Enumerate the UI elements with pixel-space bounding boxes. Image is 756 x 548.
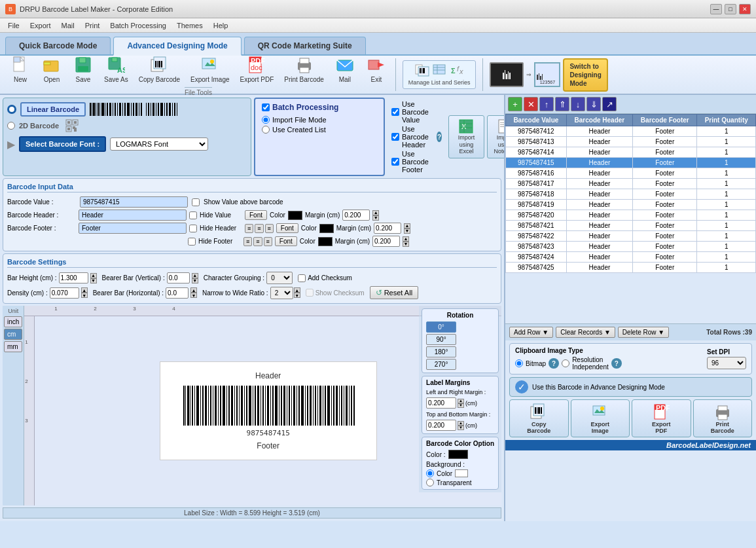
align-center-button[interactable]: ≡ [255,224,263,233]
barcode-header-input[interactable] [79,210,187,221]
rotation-0-button[interactable]: 0° [426,321,456,333]
table-row[interactable]: 9875487413HeaderFooter1 [506,137,756,147]
move-bottom-button[interactable]: ⇓ [586,97,601,111]
clear-records-button[interactable]: Clear Records ▼ [556,327,615,338]
margin-down-3[interactable]: ▼ [403,242,409,247]
add-record-button[interactable]: + [508,97,522,111]
move-down-button[interactable]: ↓ [571,97,585,111]
menu-file[interactable]: File [3,20,25,31]
table-row[interactable]: 9875487425HeaderFooter1 [506,263,756,273]
import-excel-button[interactable]: X ImportusingExcel [448,115,484,158]
mail-toolbar-button[interactable]: Mail [330,52,360,86]
table-row[interactable]: 9875487422HeaderFooter1 [506,231,756,242]
rotation-180-button[interactable]: 180° [426,346,456,357]
bearer-h-up[interactable]: ▲ [190,287,197,293]
delete-row-button[interactable]: Delete Row ▼ [618,327,669,338]
close-button[interactable]: ✕ [739,4,751,14]
footer-align-right[interactable]: ≡ [264,237,272,246]
menu-mail[interactable]: Mail [56,20,80,31]
table-row[interactable]: 9875487424HeaderFooter1 [506,252,756,263]
import-file-radio[interactable] [262,116,270,124]
lr-margin-down[interactable]: ▼ [458,403,464,408]
margin-value-2[interactable] [374,223,401,234]
copy-barcode-toolbar-button[interactable]: Copy Barcode [134,52,185,86]
color-swatch-value[interactable] [288,211,302,220]
narrow-up[interactable]: ▲ [294,287,300,293]
menu-themes[interactable]: Themes [171,20,208,31]
batch-processing-checkbox[interactable] [262,103,270,111]
bitmap-radio[interactable] [515,359,523,367]
bg-color-swatch[interactable] [455,469,468,477]
align-right-button[interactable]: ≡ [265,224,274,233]
table-row[interactable]: 9875487419HeaderFooter1 [506,200,756,210]
unit-cm-button[interactable]: cm [4,329,22,340]
copy-barcode-action-button[interactable]: CopyBarcode [509,399,569,437]
bitmap-help-icon[interactable]: ? [549,358,559,369]
table-row[interactable]: 9875487414HeaderFooter1 [506,147,756,158]
add-checksum-checkbox[interactable] [298,274,306,282]
use-barcode-value-checkbox[interactable] [391,108,399,116]
left-right-margin-input[interactable] [426,397,456,409]
color-swatch-main[interactable] [448,450,468,459]
menu-batch[interactable]: Batch Processing [105,20,171,31]
table-row[interactable]: 9875487416HeaderFooter1 [506,168,756,179]
density-down[interactable]: ▼ [81,293,88,298]
narrow-down[interactable]: ▼ [294,293,300,298]
unit-mm-button[interactable]: mm [4,341,22,352]
show-checksum-checkbox[interactable] [306,289,314,297]
footer-align-center[interactable]: ≡ [253,237,262,246]
bearer-vertical-input[interactable] [167,272,190,283]
menu-help[interactable]: Help [208,20,234,31]
move-up-button[interactable]: ↑ [539,97,554,111]
export-image-action-button[interactable]: ExportImage [571,399,630,437]
add-row-button[interactable]: Add Row ▼ [509,327,553,338]
exit-toolbar-button[interactable]: Exit [361,52,391,86]
table-row[interactable]: 9875487421HeaderFooter1 [506,221,756,231]
export-pdf-action-button[interactable]: PDF ExportPDF [632,399,691,437]
bearer-v-down[interactable]: ▼ [192,278,198,283]
density-up[interactable]: ▲ [81,287,88,293]
import-notepad-button[interactable]: ImportusingNotepad [487,115,504,158]
margin-up-1[interactable]: ▲ [372,210,379,215]
barcode-footer-input[interactable] [79,223,187,234]
margin-value-1[interactable] [342,210,370,221]
dpi-select[interactable]: 96 [707,357,746,369]
hide-header-checkbox[interactable] [189,225,197,232]
color-swatch-footer[interactable] [318,237,333,246]
rotation-270-button[interactable]: 270° [426,359,456,370]
use-barcode-header-checkbox[interactable] [391,133,399,141]
new-button[interactable]: New [5,52,35,86]
minimize-button[interactable]: — [710,4,722,14]
footer-align-left[interactable]: ≡ [243,237,252,246]
2d-barcode-radio[interactable] [7,122,15,130]
menu-export[interactable]: Export [25,20,56,31]
rotation-90-button[interactable]: 90° [426,334,456,345]
hide-footer-checkbox[interactable] [188,238,196,246]
align-left-button[interactable]: ≡ [245,224,253,233]
resolution-radio[interactable] [562,359,569,367]
transparent-bg-radio[interactable] [426,479,434,486]
open-button[interactable]: Open [37,52,67,86]
menu-print[interactable]: Print [80,20,105,31]
top-bottom-margin-input[interactable] [426,420,456,431]
bar-height-down[interactable]: ▼ [90,278,97,283]
table-row[interactable]: 9875487415HeaderFooter1 [506,158,756,168]
print-barcode-action-button[interactable]: PrintBarcode [693,399,753,437]
color-swatch-header[interactable] [319,224,334,233]
table-row[interactable]: 9875487420HeaderFooter1 [506,210,756,221]
color-bg-radio[interactable] [426,469,434,477]
table-row[interactable]: 9875487418HeaderFooter1 [506,189,756,200]
save-as-button[interactable]: AS Save As [99,52,133,86]
font-button-header[interactable]: Font [276,223,298,233]
font-button-value[interactable]: Font [245,210,267,220]
margin-down-2[interactable]: ▼ [404,228,410,234]
bar-height-input[interactable] [59,272,88,283]
density-input[interactable] [50,287,79,299]
margin-down-1[interactable]: ▼ [372,215,379,221]
unit-inch-button[interactable]: inch [4,316,22,327]
bearer-v-up[interactable]: ▲ [192,273,198,278]
move-top-button[interactable]: ⇑ [555,97,569,111]
char-group-select[interactable]: 0 [266,272,293,284]
tb-margin-up[interactable]: ▲ [458,421,464,426]
switch-designing-mode-button[interactable]: Switch toDesigningMode [563,58,607,92]
